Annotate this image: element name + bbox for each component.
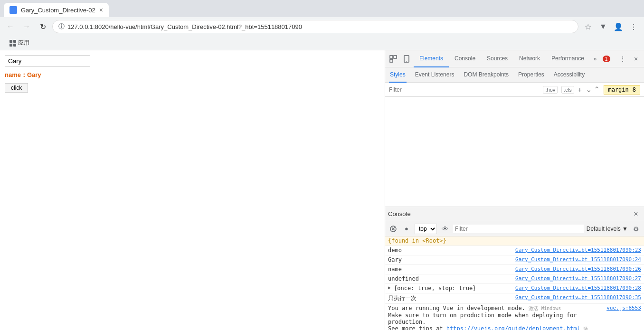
back-button[interactable]: ← (4, 20, 17, 33)
styles-tab-properties[interactable]: Properties (517, 67, 545, 83)
console-levels-select[interactable]: Default levels ▼ (587, 226, 628, 232)
console-row-once: ▶ {once: true, stop: true} Gary_Custom_D… (385, 284, 644, 293)
console-text-gary: Gary (388, 256, 402, 263)
tab-sources[interactable]: Sources (481, 50, 513, 67)
lock-icon: ⓘ (58, 22, 65, 31)
console-context-select[interactable]: top (415, 224, 437, 234)
devtools-bottom: Styles Event Listeners DOM Breakpoints P… (385, 67, 644, 207)
console-link-name[interactable]: Gary_Custom_Directiv…bt=1551188017090:26 (515, 266, 641, 272)
devtools-panel: Elements Console Sources Network Perform… (385, 50, 644, 330)
console-row-exec: 只执行一次 Gary_Custom_Directiv…bt=1551188017… (385, 293, 644, 304)
tab-network[interactable]: Network (513, 50, 546, 67)
styles-tab-event-listeners[interactable]: Event Listeners (414, 67, 455, 83)
console-link-once[interactable]: Gary_Custom_Directiv…bt=1551188017090:28 (515, 285, 641, 291)
devtools-main: <!doctype html> <html> ▶ <head>…</head> … (385, 67, 644, 330)
devtools-close-buttons: ⋮ × (616, 53, 642, 65)
bookmark-bar: 应用 (0, 36, 644, 50)
menu-button[interactable]: ⋮ (627, 20, 640, 33)
devtools-more-button[interactable]: ⋮ (616, 53, 629, 65)
bookmark-apps[interactable]: 应用 (6, 38, 33, 48)
tab-bar: Gary_Custom_Directive-02 × (0, 0, 644, 17)
main-area: name：Gary click Elements Console Sources… (0, 50, 644, 330)
console-link-vue[interactable]: vue.js:8553 (606, 305, 641, 311)
tab-close-button[interactable]: × (99, 6, 103, 14)
console-settings-button[interactable]: ⚙ (631, 224, 641, 234)
vue-deployment-link[interactable]: https://vuejs.org/guide/deployment.html (446, 325, 580, 330)
svg-rect-2 (390, 59, 393, 62)
active-tab[interactable]: Gary_Custom_Directive-02 × (4, 3, 109, 17)
name-input[interactable] (5, 55, 90, 67)
styles-tab-styles[interactable]: Styles (389, 67, 407, 83)
console-link-undefined[interactable]: Gary_Custom_Directiv…bt=1551188017090:27 (515, 275, 641, 282)
svg-point-4 (406, 61, 407, 62)
styles-hov-button[interactable]: :hov (543, 86, 558, 94)
console-link-gary[interactable]: Gary_Custom_Directiv…bt=1551188017090:24 (515, 256, 641, 263)
styles-filter-input[interactable] (389, 86, 539, 93)
console-row-demo: demo Gary_Custom_Directiv…bt=15511880170… (385, 246, 644, 255)
apps-grid-icon (9, 40, 16, 47)
devtools-close-button[interactable]: × (630, 53, 642, 65)
expand-once-icon[interactable]: ▶ (388, 285, 391, 290)
tab-title: Gary_Custom_Directive-02 (21, 7, 95, 14)
console-filter-input[interactable] (453, 225, 584, 233)
error-badge: 1 (603, 56, 610, 62)
page-content: name：Gary click (0, 50, 385, 330)
nav-actions: ☆ ▼ 👤 ⋮ (581, 20, 640, 33)
console-panel: Console × ● top 👁 Defaul (385, 207, 644, 330)
navigation-bar: ← → ↻ ⓘ 127.0.0.1:8020/hello-vue/html/Ga… (0, 17, 644, 36)
url-text: 127.0.0.1:8020/hello-vue/html/Gary_Custo… (67, 23, 572, 30)
console-close-button[interactable]: × (631, 209, 641, 219)
console-row-gary: Gary Gary_Custom_Directiv…bt=15511880170… (385, 255, 644, 265)
console-link-demo[interactable]: Gary_Custom_Directiv…bt=1551188017090:23 (515, 247, 641, 253)
console-row-vue-warning: You are running Vue in development mode.… (385, 304, 644, 330)
refresh-button[interactable]: ↻ (36, 20, 49, 33)
styles-tab-dom-breakpoints[interactable]: DOM Breakpoints (463, 67, 510, 83)
styles-prop-name: margin (608, 86, 628, 93)
console-row-name: name Gary_Custom_Directiv…bt=15511880170… (385, 265, 644, 274)
console-text-demo: demo (388, 247, 402, 254)
console-text-exec: 只执行一次 (388, 294, 417, 302)
name-display: name：Gary (5, 71, 380, 79)
console-text-undefined: undefined (388, 275, 419, 282)
console-clear-button[interactable] (388, 224, 398, 234)
console-stop-button[interactable]: ● (401, 224, 412, 234)
styles-add-button[interactable]: + (578, 86, 582, 94)
styles-tab-accessibility[interactable]: Accessibility (553, 67, 586, 83)
tab-console[interactable]: Console (449, 50, 481, 67)
devtools-inspect-button[interactable] (387, 53, 399, 65)
console-content: {found in <Root>} demo Gary_Custom_Direc… (385, 236, 644, 330)
console-text-once: {once: true, stop: true} (394, 285, 476, 292)
devtools-tabs: Elements Console Sources Network Perform… (414, 50, 616, 67)
console-eye-button[interactable]: 👁 (440, 224, 450, 234)
svg-rect-1 (394, 56, 397, 58)
browser-window: Gary_Custom_Directive-02 × ← → ↻ ⓘ 127.0… (0, 0, 644, 330)
console-controls: ● top 👁 Default levels ▼ ⚙ (385, 221, 644, 236)
apps-label: 应用 (18, 39, 29, 47)
forward-button[interactable]: → (20, 20, 33, 33)
styles-tabs-bar: Styles Event Listeners DOM Breakpoints P… (385, 67, 644, 83)
console-row-found: {found in <Root>} (385, 236, 644, 246)
tab-elements[interactable]: Elements (414, 50, 449, 67)
account-button[interactable]: 👤 (612, 20, 625, 33)
styles-right-preview: margin 8 (604, 85, 640, 94)
styles-filter-bar: :hov .cls + ⌄ ⌃ margin 8 (385, 83, 644, 97)
click-button[interactable]: click (5, 83, 28, 93)
styles-cls-button[interactable]: .cls (561, 86, 574, 94)
name-value: Gary (27, 71, 41, 78)
console-row-undefined: undefined Gary_Custom_Directiv…bt=155118… (385, 274, 644, 284)
vivaldi-button[interactable]: ▼ (597, 20, 610, 33)
console-title: Console (388, 210, 629, 217)
console-found-text: {found in <Root>} (388, 237, 446, 244)
console-text-vue-warning: You are running Vue in development mode.… (388, 305, 606, 330)
bookmark-star-button[interactable]: ☆ (581, 20, 595, 33)
tab-overflow[interactable]: » (590, 50, 601, 67)
address-bar[interactable]: ⓘ 127.0.0.1:8020/hello-vue/html/Gary_Cus… (52, 20, 578, 33)
name-label: name： (5, 71, 27, 78)
console-toolbar: Console × (385, 207, 644, 221)
console-link-exec[interactable]: Gary_Custom_Directiv…bt=1551188017090:35 (515, 294, 641, 301)
styles-prop-val: 8 (633, 86, 636, 93)
console-text-name: name (388, 266, 402, 273)
devtools-device-button[interactable] (400, 53, 413, 65)
tab-performance[interactable]: Performance (546, 50, 590, 67)
svg-rect-0 (390, 56, 393, 58)
